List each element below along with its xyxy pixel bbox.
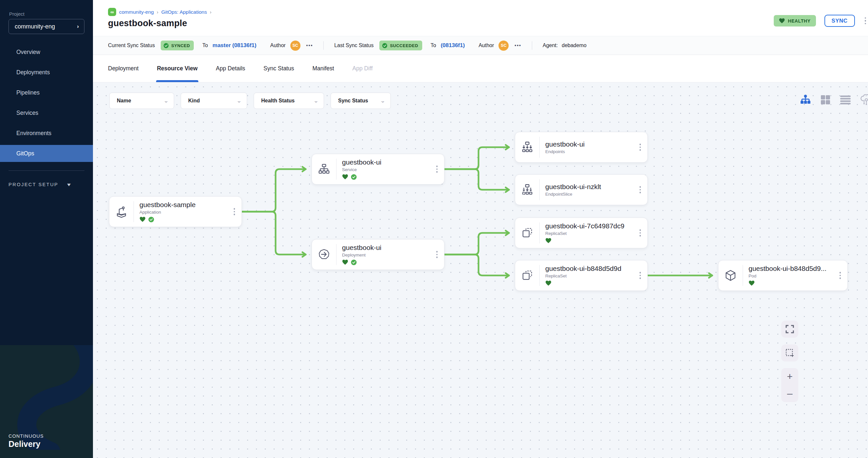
brand-line1: CONTINUOUS: [8, 433, 43, 439]
header-menu-button[interactable]: [863, 16, 868, 26]
healthy-heart-icon: [140, 217, 146, 222]
tab-manifest[interactable]: Manifest: [312, 55, 334, 82]
synced-badge-label: SYNCED: [171, 43, 190, 48]
node-menu-button[interactable]: [638, 270, 643, 281]
current-sync-more-button[interactable]: •••: [306, 43, 313, 48]
graph-node-replicaset-7c64987dc9[interactable]: guestbook-ui-7c64987dc9 ReplicaSet: [515, 218, 648, 248]
filter-label: Name: [117, 98, 131, 104]
synced-check-icon: [351, 174, 357, 180]
sidebar-item-pipelines[interactable]: Pipelines: [0, 83, 93, 103]
tab-app-details[interactable]: App Details: [216, 55, 246, 82]
kind-filter-dropdown[interactable]: Kind⌄: [181, 93, 247, 109]
node-kind: ReplicaSet: [545, 273, 638, 279]
tree-view-button[interactable]: [800, 95, 811, 105]
graph-node-deployment[interactable]: guestbook-ui Deployment: [312, 239, 444, 270]
last-sync-label: Last Sync Status: [334, 42, 373, 48]
chevron-down-icon: ⌄: [236, 98, 242, 103]
agent-label: Agent:: [542, 42, 558, 48]
sidebar-item-deployments[interactable]: Deployments: [0, 62, 93, 83]
node-status-badges: [342, 259, 435, 265]
grid-view-button[interactable]: [820, 95, 831, 105]
marquee-select-icon: [785, 349, 794, 358]
synced-check-icon: [351, 259, 357, 265]
name-filter-dropdown[interactable]: Name⌄: [109, 93, 174, 109]
breadcrumb-project-link[interactable]: community-eng: [119, 9, 154, 15]
chevron-down-icon: ⌄: [313, 98, 318, 103]
sidebar-item-overview[interactable]: Overview: [0, 42, 93, 62]
tab-sync-status[interactable]: Sync Status: [264, 55, 294, 82]
header-actions: HEALTHY SYNC: [774, 15, 863, 27]
project-setup-toggle[interactable]: PROJECT SETUP ▼: [8, 182, 93, 187]
last-sync-more-button[interactable]: •••: [515, 43, 521, 48]
agent-value: debademo: [562, 42, 587, 48]
tab-resource-view[interactable]: Resource View: [157, 55, 197, 82]
health-status-badge: HEALTHY: [774, 15, 816, 27]
graph-node-endpointslice[interactable]: guestbook-ui-nzklt EndpointSlice: [515, 174, 648, 205]
breadcrumb-section-link[interactable]: GitOps: Applications: [161, 9, 207, 15]
node-menu-button[interactable]: [638, 142, 643, 152]
node-title: guestbook-sample: [140, 201, 232, 209]
healthy-heart-icon: [342, 174, 348, 179]
author-avatar[interactable]: SC: [498, 40, 508, 51]
sidebar-item-label: Pipelines: [17, 89, 40, 96]
node-kind: ReplicaSet: [545, 231, 638, 236]
graph-node-replicaset-b848d5d9d[interactable]: guestbook-ui-b848d5d9d ReplicaSet: [515, 260, 648, 291]
zoom-out-button[interactable]: –: [781, 385, 798, 402]
health-status-filter-dropdown[interactable]: Health Status⌄: [254, 93, 324, 109]
node-title: guestbook-ui-b848d5d9...: [748, 265, 838, 272]
filter-label: Kind: [188, 98, 200, 104]
application-icon: [109, 205, 133, 219]
graph-node-pod[interactable]: guestbook-ui-b848d5d9... Pod: [718, 260, 848, 291]
fit-selection-button[interactable]: [781, 345, 798, 361]
fullscreen-button[interactable]: [781, 321, 798, 338]
sync-status-bar: Current Sync Status SYNCED To master (08…: [93, 36, 868, 55]
endpointslice-icon: [515, 183, 539, 197]
node-kind: Endpoints: [545, 149, 638, 154]
node-status-badges: [342, 174, 435, 180]
graph-node-endpoints[interactable]: guestbook-ui Endpoints: [515, 132, 648, 163]
node-kind: Application: [140, 210, 232, 215]
sidebar-divider: [8, 170, 85, 171]
deployment-icon: [312, 248, 336, 261]
sidebar-item-label: Services: [17, 109, 38, 117]
current-sync-target-link[interactable]: master (08136f1): [212, 42, 256, 49]
node-menu-button[interactable]: [638, 228, 643, 238]
graph-node-service[interactable]: guestbook-ui Service: [312, 154, 444, 185]
filter-label: Sync Status: [338, 98, 368, 104]
sync-button[interactable]: SYNC: [825, 15, 855, 27]
node-menu-button[interactable]: [435, 164, 439, 174]
node-status-badges: [545, 237, 638, 244]
graph-node-application[interactable]: guestbook-sample Application: [109, 196, 242, 227]
gitops-icon: ∞: [108, 8, 116, 16]
check-circle-icon: [382, 43, 388, 48]
sidebar-nav: Overview Deployments Pipelines Services …: [0, 42, 93, 187]
resource-graph-canvas[interactable]: Name⌄ Kind⌄ Health Status⌄ Sync Status⌄: [93, 83, 868, 458]
project-selector[interactable]: community-eng ›: [8, 19, 85, 34]
list-view-button[interactable]: [840, 95, 851, 105]
node-title: guestbook-ui-nzklt: [545, 183, 638, 191]
status-divider: [532, 41, 532, 50]
node-kind: Service: [342, 167, 435, 172]
node-menu-button[interactable]: [638, 185, 643, 195]
sync-status-filter-dropdown[interactable]: Sync Status⌄: [331, 93, 391, 109]
sidebar-item-gitops[interactable]: GitOps: [0, 145, 93, 162]
node-menu-button[interactable]: [838, 270, 842, 281]
node-title: guestbook-ui: [342, 244, 435, 252]
tab-deployment[interactable]: Deployment: [108, 55, 138, 82]
replicaset-icon: [515, 269, 539, 282]
chevron-down-icon: ⌄: [380, 98, 385, 103]
filter-label: Health Status: [261, 98, 294, 104]
app-window: Project community-eng › Overview Deploym…: [0, 0, 868, 458]
node-menu-button[interactable]: [435, 250, 439, 259]
grid-view-icon: [820, 95, 831, 105]
last-sync-target-link[interactable]: (08136f1): [440, 42, 465, 49]
node-menu-button[interactable]: [232, 207, 237, 217]
zoom-in-button[interactable]: +: [781, 368, 798, 385]
sidebar-item-environments[interactable]: Environments: [0, 123, 93, 143]
author-avatar[interactable]: SC: [290, 40, 301, 51]
node-kind: Deployment: [342, 253, 435, 258]
sidebar-item-services[interactable]: Services: [0, 103, 93, 123]
breadcrumb: ∞ community-eng › GitOps: Applications ›: [108, 8, 211, 16]
check-circle-icon: [163, 43, 169, 48]
cluster-view-button[interactable]: [860, 94, 868, 105]
